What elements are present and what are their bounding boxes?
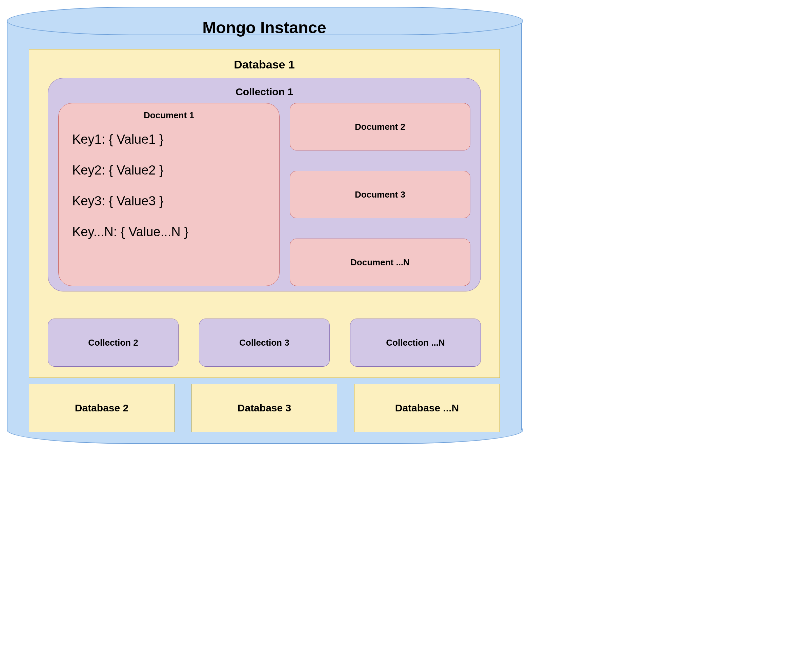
kv-pair: Key3: { Value3 } xyxy=(72,194,271,208)
collection-1: Collection 1 Document 1 Key1: { Value1 }… xyxy=(48,78,481,291)
database-1: Database 1 Collection 1 Document 1 Key1:… xyxy=(29,49,500,378)
kv-pair: Key...N: { Value...N } xyxy=(72,225,271,239)
database-row: Database 2 Database 3 Database ...N xyxy=(29,384,500,432)
collection-n: Collection ...N xyxy=(350,318,481,367)
collection-3: Collection 3 xyxy=(199,318,330,367)
collection-2: Collection 2 xyxy=(48,318,179,367)
kv-pair: Key2: { Value2 } xyxy=(72,163,271,178)
collection-row: Collection 2 Collection 3 Collection ...… xyxy=(48,318,481,367)
database-2: Database 2 xyxy=(29,384,174,432)
document-3: Document 3 xyxy=(290,171,471,218)
instance-title: Mongo Instance xyxy=(7,18,522,37)
database-n: Database ...N xyxy=(354,384,500,432)
document-n: Document ...N xyxy=(290,238,471,286)
document-column: Document 2 Document 3 Document ...N xyxy=(290,103,471,286)
document-1-title: Document 1 xyxy=(67,110,271,121)
database-1-title: Database 1 xyxy=(43,58,486,71)
database-3: Database 3 xyxy=(192,384,337,432)
collection-1-title: Collection 1 xyxy=(58,86,471,98)
document-row: Document 1 Key1: { Value1 } Key2: { Valu… xyxy=(58,103,471,286)
document-2: Document 2 xyxy=(290,103,471,150)
document-1: Document 1 Key1: { Value1 } Key2: { Valu… xyxy=(58,103,280,286)
kv-pair: Key1: { Value1 } xyxy=(72,132,271,147)
mongo-instance-cylinder: Mongo Instance Database 1 Collection 1 D… xyxy=(7,7,522,444)
diagram-root: Mongo Instance Database 1 Collection 1 D… xyxy=(0,0,529,448)
